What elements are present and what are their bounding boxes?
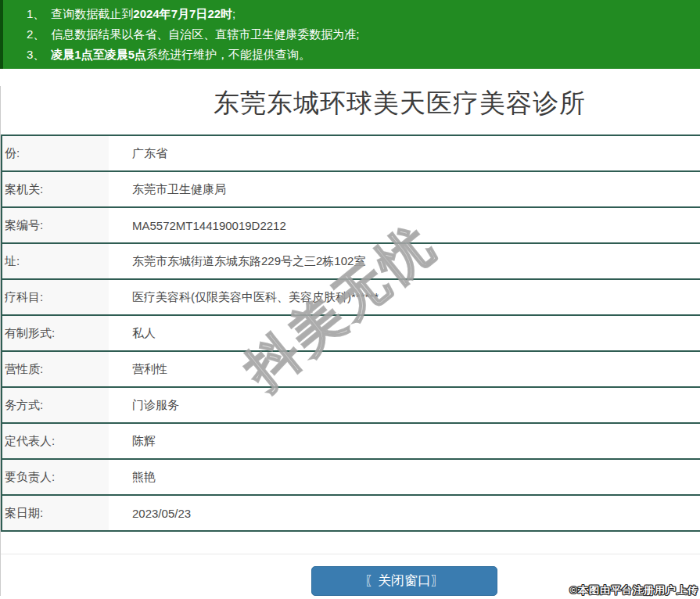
table-row: 定代表人: 陈辉 — [2, 423, 700, 459]
field-label: 定代表人: — [2, 423, 109, 459]
notice-line-number: 2、 — [27, 27, 45, 41]
field-label: 有制形式: — [2, 315, 109, 351]
notice-line-text: 查询数据截止到 — [51, 7, 133, 20]
field-label: 案编号: — [2, 207, 109, 243]
field-value: 东莞市东城街道东城东路229号之三2栋102室 — [109, 243, 700, 279]
notice-line-number: 3、 — [27, 48, 45, 61]
field-label: 址: — [2, 243, 109, 279]
table-row: 案日期: 2023/05/23 — [2, 495, 700, 531]
field-value: 2023/05/23 — [109, 495, 700, 531]
table-row: 址: 东莞市东城街道东城东路229号之三2栋102室 — [2, 243, 700, 279]
notice-line-number: 1、 — [27, 7, 45, 20]
field-value: MA5572MT144190019D2212 — [109, 207, 700, 243]
field-value: 私人 — [109, 315, 700, 351]
institution-info-table: 份: 广东省 案机关: 东莞市卫生健康局 案编号: MA5572MT144190… — [1, 135, 700, 532]
notice-line-bold-text: 2024年7月7日22时 — [133, 7, 232, 20]
table-row: 要负责人: 熊艳 — [2, 459, 700, 495]
field-label: 份: — [2, 135, 109, 171]
field-label: 营性质: — [2, 351, 109, 387]
notice-line-bold-text: 凌晨1点至凌晨5点 — [51, 48, 146, 61]
notice-line: 2、信息数据结果以各省、自治区、直辖市卫生健康委数据为准; — [3, 24, 700, 45]
table-row: 有制形式: 私人 — [2, 315, 700, 351]
result-panel: 东莞东城环球美天医疗美容诊所 份: 广东省 案机关: 东莞市卫生健康局 案编号:… — [0, 86, 700, 596]
page-title: 东莞东城环球美天医疗美容诊所 — [1, 86, 700, 121]
table-row: 案编号: MA5572MT144190019D2212 — [2, 207, 700, 243]
field-value: 陈辉 — [109, 423, 700, 459]
field-value: 营利性 — [109, 351, 700, 387]
notice-line-text: 信息数据结果以各省、自治区、直辖市卫生健康委数据为准; — [51, 27, 359, 41]
field-value: 医疗美容科(仅限美容中医科、美容皮肤科)****** — [109, 279, 700, 315]
field-value: 熊艳 — [109, 459, 700, 495]
notice-line: 1、查询数据截止到2024年7月7日22时; — [3, 4, 700, 24]
table-row: 份: 广东省 — [2, 135, 700, 171]
notice-line: 3、凌晨1点至凌晨5点系统进行维护，不能提供查询。 — [3, 45, 700, 65]
field-value: 东莞市卫生健康局 — [109, 171, 700, 207]
table-row: 务方式: 门诊服务 — [2, 387, 700, 423]
table-row: 疗科目: 医疗美容科(仅限美容中医科、美容皮肤科)****** — [2, 279, 700, 315]
field-value: 门诊服务 — [109, 387, 700, 423]
close-window-button[interactable]: 〖关闭窗口〗 — [311, 566, 497, 596]
field-label: 案机关: — [2, 171, 109, 207]
table-row: 案机关: 东莞市卫生健康局 — [2, 171, 700, 207]
notice-line-text-after: ; — [232, 7, 235, 20]
field-label: 案日期: — [2, 495, 109, 531]
notice-banner: 1、查询数据截止到2024年7月7日22时; 2、信息数据结果以各省、自治区、直… — [0, 0, 700, 69]
notice-line-text-after: 系统进行维护，不能提供查询。 — [146, 48, 311, 61]
field-label: 要负责人: — [2, 459, 109, 495]
field-label: 务方式: — [2, 387, 109, 423]
upload-attribution-note: ©本图由平台注册用户上传 — [569, 583, 698, 597]
field-value: 广东省 — [109, 135, 700, 171]
field-label: 疗科目: — [2, 279, 109, 315]
table-row: 营性质: 营利性 — [2, 351, 700, 387]
